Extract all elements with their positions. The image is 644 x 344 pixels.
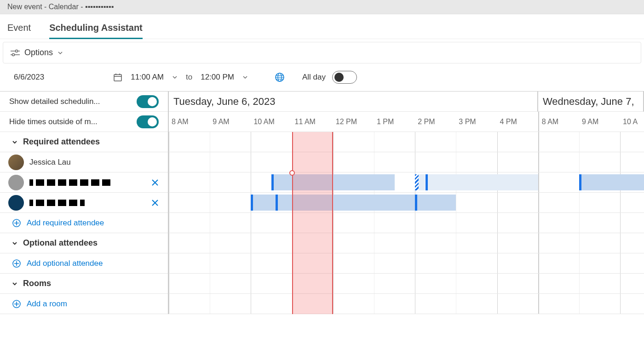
busy-block[interactable] <box>271 174 395 190</box>
timeline-row-attendee <box>169 152 644 172</box>
hour-label: 3 PM <box>456 112 497 132</box>
hour-label: 11 AM <box>292 112 333 132</box>
attendee-row: Jessica Lau <box>0 152 168 172</box>
start-time-value: 11:00 AM <box>131 73 164 82</box>
plus-circle-icon <box>12 218 21 228</box>
rooms-section[interactable]: Rooms <box>0 274 168 294</box>
plus-circle-icon <box>12 259 21 268</box>
svg-point-1 <box>16 50 18 52</box>
day-header: Tuesday, June 6, 2023 <box>169 92 538 112</box>
hide-outside-toggle[interactable] <box>137 115 159 128</box>
chevron-down-icon <box>242 75 248 80</box>
add-required-label: Add required attendee <box>27 218 104 228</box>
hour-label: 1 PM <box>374 112 415 132</box>
timeline-row-add-room <box>169 294 644 314</box>
detailed-scheduling-toggle[interactable] <box>137 95 159 108</box>
tab-bar: Event Scheduling Assistant <box>0 14 644 39</box>
hide-outside-label: Hide times outside of m... <box>9 117 98 126</box>
to-label: to <box>186 73 192 82</box>
chevron-down-icon <box>12 241 17 246</box>
current-time-marker <box>289 170 295 176</box>
required-attendees-section[interactable]: Required attendees <box>0 132 168 152</box>
busy-block[interactable] <box>579 174 644 190</box>
end-time-select[interactable]: 12:00 PM <box>201 73 248 82</box>
attendee-name: Jessica Lau <box>29 158 160 167</box>
timezone-globe-icon[interactable] <box>275 72 285 82</box>
svg-point-3 <box>12 53 15 56</box>
busy-block[interactable] <box>276 195 415 211</box>
timeline-row-rooms-header <box>169 274 644 294</box>
hour-label: 9 AM <box>210 112 251 132</box>
tab-scheduling-assistant[interactable]: Scheduling Assistant <box>49 19 143 39</box>
hour-label: 10 A <box>620 112 644 132</box>
hour-label: 2 PM <box>415 112 456 132</box>
optional-attendees-label: Optional attendees <box>23 238 98 248</box>
detailed-scheduling-toggle-row: Show detailed schedulin... <box>0 92 168 112</box>
add-optional-label: Add optional attendee <box>27 259 103 268</box>
add-room[interactable]: Add a room <box>0 294 168 314</box>
avatar <box>8 175 24 190</box>
timeline[interactable]: Tuesday, June 6, 2023 Wednesday, June 7,… <box>169 92 644 314</box>
date-time-row: 6/6/2023 11:00 AM to 12:00 PM All day <box>0 63 644 92</box>
all-day-label: All day <box>302 73 326 82</box>
rooms-label: Rooms <box>23 279 51 288</box>
busy-block[interactable] <box>251 195 276 211</box>
busy-block[interactable] <box>426 174 538 190</box>
timeline-row-add-optional <box>169 253 644 274</box>
remove-attendee-icon[interactable] <box>150 198 160 207</box>
timeline-row-required-header <box>169 132 644 152</box>
plus-circle-icon <box>12 299 21 309</box>
chevron-down-icon <box>172 75 178 80</box>
date-value: 6/6/2023 <box>14 73 44 82</box>
tab-event[interactable]: Event <box>7 19 31 39</box>
hour-label: 9 AM <box>579 112 620 132</box>
options-label: Options <box>24 48 53 57</box>
optional-attendees-section[interactable]: Optional attendees <box>0 233 168 253</box>
hide-outside-toggle-row: Hide times outside of m... <box>0 112 168 132</box>
chevron-down-icon <box>12 139 17 145</box>
attendee-name <box>29 178 145 187</box>
sliders-icon <box>11 49 20 57</box>
timeline-row-attendee <box>169 193 644 213</box>
date-input[interactable]: 6/6/2023 <box>14 73 122 82</box>
busy-block[interactable] <box>415 174 425 190</box>
calendar-icon[interactable] <box>113 73 122 82</box>
hour-label: 4 PM <box>497 112 538 132</box>
remove-attendee-icon[interactable] <box>150 178 160 187</box>
attendee-sidebar: Show detailed schedulin... Hide times ou… <box>0 92 169 314</box>
timeline-row-attendee <box>169 172 644 193</box>
attendee-name <box>29 198 145 207</box>
detailed-scheduling-label: Show detailed schedulin... <box>9 97 100 106</box>
day-header: Wednesday, June 7, <box>538 92 644 112</box>
timeline-row-optional-header <box>169 233 644 253</box>
all-day-toggle[interactable] <box>332 71 357 84</box>
start-time-select[interactable]: 11:00 AM <box>131 73 178 82</box>
options-button[interactable]: Options <box>11 48 63 57</box>
end-time-value: 12:00 PM <box>201 73 234 82</box>
add-required-attendee[interactable]: Add required attendee <box>0 213 168 233</box>
chevron-down-icon <box>12 281 17 287</box>
svg-rect-4 <box>114 75 121 81</box>
hour-label: 10 AM <box>251 112 292 132</box>
hour-label: 8 AM <box>169 112 210 132</box>
avatar <box>8 155 24 170</box>
hour-label: 8 AM <box>538 112 579 132</box>
attendee-row <box>0 193 168 213</box>
options-toolbar: Options <box>3 42 641 63</box>
window-title: New event - Calendar - ▪▪▪▪▪▪▪▪▪▪▪ <box>0 0 644 14</box>
required-attendees-label: Required attendees <box>23 137 100 147</box>
avatar <box>8 195 24 211</box>
busy-block[interactable] <box>415 195 456 211</box>
hour-label: 12 PM <box>333 112 374 132</box>
attendee-row <box>0 172 168 193</box>
chevron-down-icon <box>58 50 63 56</box>
add-room-label: Add a room <box>27 299 67 309</box>
add-optional-attendee[interactable]: Add optional attendee <box>0 253 168 274</box>
timeline-grid[interactable] <box>169 132 644 314</box>
timeline-row-add-required <box>169 213 644 233</box>
